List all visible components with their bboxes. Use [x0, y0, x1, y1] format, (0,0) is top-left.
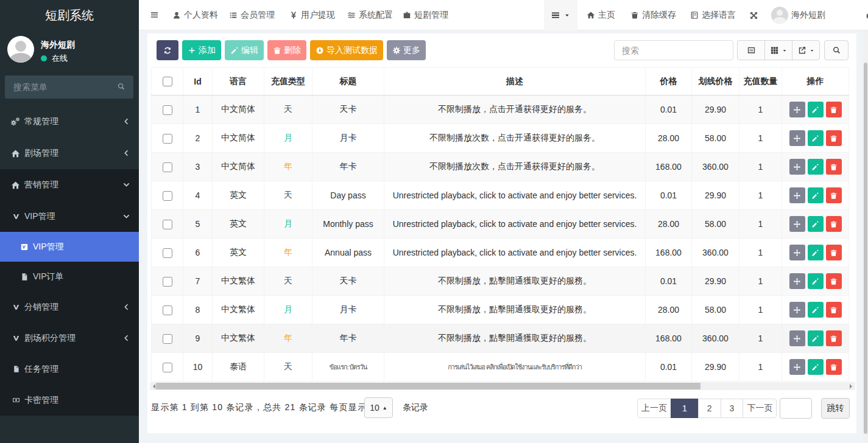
delete-row-button[interactable] [826, 359, 842, 375]
horizontal-scrollbar-thumb[interactable] [156, 383, 700, 389]
cell-actions [782, 153, 849, 181]
move-row-button[interactable] [789, 216, 805, 232]
column-header[interactable]: 操作 [782, 68, 849, 96]
edit-row-button[interactable] [808, 273, 824, 289]
page-button-2[interactable]: 2 [698, 399, 721, 418]
sidebar-item-任务管理[interactable]: 任务管理 [0, 354, 139, 385]
page-button-下一页[interactable]: 下一页 [743, 399, 777, 418]
edit-row-button[interactable] [808, 130, 824, 146]
fullscreen-button[interactable] [749, 0, 758, 30]
page-button-3[interactable]: 3 [721, 399, 744, 418]
caret-down-icon [809, 47, 815, 54]
page-size-select[interactable]: 10 ▲ [364, 397, 393, 418]
nav-item-清除缓存[interactable]: 清除缓存 [630, 0, 676, 30]
move-icon [793, 163, 801, 171]
vertical-scrollbar[interactable] [863, 30, 868, 443]
cell-actions [782, 324, 849, 353]
sidebar-item-剧场管理[interactable]: 剧场管理 [0, 138, 139, 169]
scroll-left-arrow[interactable] [150, 384, 155, 389]
refresh-button[interactable] [157, 40, 178, 60]
delete-row-button[interactable] [826, 159, 842, 175]
edit-row-button[interactable] [808, 245, 824, 260]
edit-row-button[interactable] [808, 302, 824, 318]
delete-row-button[interactable] [826, 273, 842, 289]
edit-row-button[interactable] [808, 330, 824, 346]
sidebar-item-VIP管理-active[interactable]: VIP管理 [0, 232, 139, 262]
table-search-input[interactable] [614, 40, 733, 60]
page-button-active[interactable]: 1 [671, 399, 699, 418]
delete-row-button[interactable] [826, 245, 842, 260]
delete-row-button[interactable] [826, 302, 842, 318]
move-row-button[interactable] [789, 359, 805, 375]
row-checkbox[interactable] [163, 305, 172, 315]
row-checkbox[interactable] [163, 220, 172, 229]
row-checkbox[interactable] [163, 277, 172, 287]
add-button[interactable]: 添加 [182, 40, 221, 60]
row-checkbox[interactable] [163, 191, 172, 201]
delete-button[interactable]: 删除 [267, 40, 306, 60]
import-test-data-button[interactable]: 导入测试数据 [310, 40, 383, 60]
search-button[interactable] [824, 40, 849, 60]
vertical-scrollbar-thumb[interactable] [864, 63, 867, 434]
column-header[interactable]: 价格 [646, 68, 692, 96]
scroll-right-arrow[interactable] [850, 384, 855, 389]
move-row-button[interactable] [789, 102, 805, 117]
column-header[interactable]: 语言 [213, 68, 264, 96]
column-header[interactable]: 描述 [384, 68, 646, 96]
delete-row-button[interactable] [826, 330, 842, 346]
sidebar-item-分销管理[interactable]: 分销管理 [0, 291, 139, 323]
more-button[interactable]: 更多 [387, 40, 426, 60]
row-checkbox[interactable] [163, 363, 172, 372]
sidebar-item-VIP管理[interactable]: VIP管理 [0, 201, 139, 232]
sidebar-item-卡密管理[interactable]: 卡密管理 [0, 385, 139, 416]
sidebar-item-VIP订单[interactable]: VIP订单 [0, 262, 139, 291]
page-button-上一页[interactable]: 上一页 [637, 399, 671, 418]
delete-row-button[interactable] [826, 216, 842, 232]
delete-row-button[interactable] [826, 130, 842, 146]
move-row-button[interactable] [789, 187, 805, 203]
page-jump-input[interactable] [780, 398, 812, 419]
sidebar-item-营销管理[interactable]: 营销管理 [0, 169, 139, 201]
column-header[interactable]: 划线价格 [692, 68, 739, 96]
edit-row-button[interactable] [808, 159, 824, 175]
row-checkbox[interactable] [163, 134, 172, 144]
row-checkbox[interactable] [163, 105, 172, 115]
move-row-button[interactable] [789, 159, 805, 175]
columns-button[interactable] [764, 40, 792, 60]
move-row-button[interactable] [789, 302, 805, 318]
cell-description: 不限制播放，點擊開通獲取更好的服務。 [384, 324, 646, 353]
delete-row-button[interactable] [826, 102, 842, 117]
move-row-button[interactable] [789, 130, 805, 146]
column-header[interactable]: 充值数量 [739, 68, 782, 96]
select-all-checkbox[interactable] [163, 77, 172, 86]
move-icon [793, 335, 801, 343]
row-checkbox[interactable] [163, 162, 172, 172]
sidebar-search-input[interactable] [5, 75, 108, 99]
nav-user-menu[interactable]: 海外短剧 [771, 0, 825, 30]
edit-row-button[interactable] [808, 216, 824, 232]
edit-row-button[interactable] [808, 359, 824, 375]
edit-row-button[interactable] [808, 187, 824, 203]
edit-button[interactable]: 编辑 [225, 40, 264, 60]
column-header[interactable]: Id [183, 68, 213, 96]
toggle-view-button[interactable] [737, 40, 765, 60]
delete-row-button[interactable] [826, 187, 842, 203]
settings-gear-icon[interactable] [860, 10, 868, 20]
nav-item-选择语言[interactable]: 选择语言 [690, 0, 736, 30]
page-jump-button[interactable]: 跳转 [821, 398, 850, 419]
sidebar-item-剧场积分管理[interactable]: 剧场积分管理 [0, 323, 139, 354]
cell-title: 天卡 [312, 267, 384, 296]
sidebar-item-常规管理[interactable]: 常规管理 [0, 106, 139, 138]
edit-row-button[interactable] [808, 102, 824, 117]
nav-menu-dropdown[interactable] [544, 0, 577, 30]
nav-item-主页[interactable]: 主页 [587, 0, 615, 30]
row-checkbox[interactable] [163, 334, 172, 344]
move-row-button[interactable] [789, 273, 805, 289]
export-button[interactable] [792, 40, 820, 60]
move-row-button[interactable] [789, 330, 805, 346]
column-header[interactable]: 标题 [312, 68, 384, 96]
horizontal-scrollbar[interactable] [150, 382, 855, 390]
column-header[interactable]: 充值类型 [264, 68, 312, 96]
row-checkbox[interactable] [163, 248, 172, 258]
move-row-button[interactable] [789, 245, 805, 260]
